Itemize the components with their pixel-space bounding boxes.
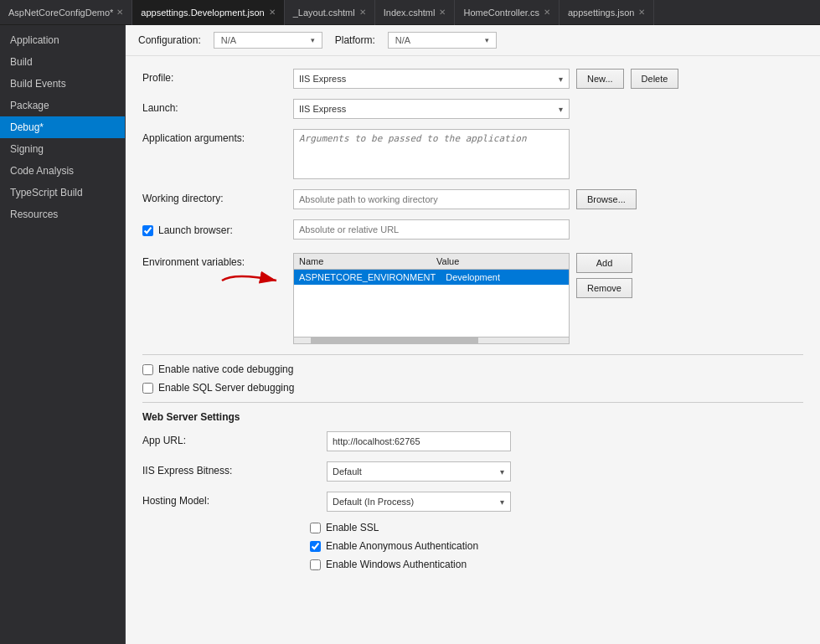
- tab-layout-label: _Layout.cshtml: [293, 8, 355, 18]
- tab-appsettings-close[interactable]: ✕: [638, 8, 645, 17]
- hosting-model-label: Hosting Model:: [142, 492, 327, 507]
- env-table-body: ASPNETCORE_ENVIRONMENT Development: [294, 270, 569, 337]
- launch-browser-checkbox-row: Launch browser:: [142, 223, 293, 236]
- remove-button[interactable]: Remove: [576, 278, 632, 298]
- add-button[interactable]: Add: [576, 253, 632, 273]
- config-value: N/A: [221, 35, 236, 45]
- enable-native-debug-row: Enable native code debugging: [142, 363, 803, 375]
- tab-homecontroller-close[interactable]: ✕: [544, 8, 550, 17]
- iis-bitness-label: IIS Express Bitness:: [142, 461, 327, 477]
- working-dir-controls: Browse...: [293, 189, 803, 209]
- enable-anon-auth-label: Enable Anonymous Authentication: [326, 540, 478, 552]
- profile-row: Profile: IIS Express New... Delete: [142, 69, 803, 89]
- config-dropdown[interactable]: N/A ▾: [214, 32, 322, 49]
- sidebar-item-application[interactable]: Application: [0, 29, 125, 51]
- tab-layout-close[interactable]: ✕: [359, 8, 366, 17]
- enable-windows-auth-row: Enable Windows Authentication: [310, 559, 803, 570]
- sidebar-item-resources[interactable]: Resources: [0, 204, 125, 225]
- env-vars-controls: Name Value ASPNETCORE_ENVIRONMENT Develo…: [293, 253, 803, 344]
- tab-appsettings-dev-close[interactable]: ✕: [269, 8, 276, 17]
- tab-appsettings-dev-label: appsettings.Development.json: [141, 8, 264, 18]
- enable-native-debug-label: Enable native code debugging: [158, 363, 293, 375]
- hosting-model-select-wrapper: Default (In Process): [327, 492, 511, 512]
- sidebar-item-build[interactable]: Build: [0, 51, 125, 73]
- iis-bitness-select[interactable]: Default: [327, 461, 511, 482]
- new-button[interactable]: New...: [576, 69, 624, 89]
- platform-value: N/A: [395, 35, 410, 45]
- platform-label: Platform:: [335, 34, 375, 46]
- main-layout: Application Build Build Events Package D…: [0, 25, 820, 644]
- tab-index[interactable]: Index.cshtml ✕: [375, 0, 456, 25]
- profile-label: Profile:: [142, 69, 293, 84]
- enable-windows-auth-checkbox[interactable]: [310, 559, 321, 570]
- platform-dropdown[interactable]: N/A ▾: [388, 32, 497, 49]
- launch-browser-url-input[interactable]: [293, 219, 570, 240]
- browse-button[interactable]: Browse...: [576, 189, 637, 209]
- web-server-settings-title: Web Server Settings: [142, 411, 803, 423]
- enable-ssl-row: Enable SSL: [310, 522, 803, 533]
- tab-appsettings-label: appsettings.json: [568, 8, 635, 18]
- divider-2: [142, 402, 803, 403]
- profile-select-wrapper: IIS Express: [293, 69, 570, 89]
- env-vars-row: Environment variables:: [142, 253, 803, 344]
- launch-row: Launch: IIS Express: [142, 99, 803, 119]
- app-url-input[interactable]: [327, 431, 511, 451]
- enable-native-debug-checkbox[interactable]: [142, 364, 153, 375]
- tab-homecontroller-label: HomeController.cs: [463, 8, 539, 18]
- tab-appsettings[interactable]: appsettings.json ✕: [560, 0, 655, 25]
- iis-bitness-controls: Default: [327, 461, 803, 482]
- launch-browser-row: Launch browser:: [142, 219, 803, 243]
- app-args-label: Application arguments:: [142, 129, 293, 144]
- sidebar-item-package[interactable]: Package: [0, 95, 125, 116]
- sidebar-item-typescript-build[interactable]: TypeScript Build: [0, 182, 125, 204]
- sidebar-item-build-events[interactable]: Build Events: [0, 73, 125, 95]
- launch-browser-label-cell: Launch browser:: [142, 219, 293, 243]
- profile-controls: IIS Express New... Delete: [293, 69, 803, 89]
- enable-ssl-checkbox[interactable]: [310, 523, 321, 533]
- enable-sql-debug-checkbox[interactable]: [142, 383, 153, 394]
- app-url-row: App URL:: [142, 431, 803, 451]
- iis-bitness-row: IIS Express Bitness: Default: [142, 461, 803, 482]
- table-row[interactable]: ASPNETCORE_ENVIRONMENT Development: [294, 270, 569, 285]
- config-bar: Configuration: N/A ▾ Platform: N/A ▾: [126, 25, 820, 56]
- arrow-container: Name Value ASPNETCORE_ENVIRONMENT Develo…: [293, 253, 570, 344]
- platform-dropdown-arrow: ▾: [485, 36, 489, 44]
- env-col-value: Value: [431, 254, 569, 269]
- tab-project-close[interactable]: ✕: [116, 8, 123, 17]
- launch-browser-checkbox[interactable]: [142, 225, 153, 236]
- sidebar-item-code-analysis[interactable]: Code Analysis: [0, 160, 125, 182]
- launch-browser-label: Launch browser:: [158, 224, 233, 236]
- delete-button[interactable]: Delete: [631, 69, 679, 89]
- app-url-label: App URL:: [142, 431, 327, 446]
- tab-layout[interactable]: _Layout.cshtml ✕: [285, 0, 375, 25]
- tab-appsettings-dev[interactable]: appsettings.Development.json ✕: [132, 0, 284, 25]
- app-args-row: Application arguments:: [142, 129, 803, 179]
- profile-select[interactable]: IIS Express: [293, 69, 570, 89]
- env-vars-label: Environment variables:: [142, 253, 293, 268]
- env-scroll-thumb: [311, 337, 478, 344]
- hosting-model-select[interactable]: Default (In Process): [327, 492, 511, 512]
- tab-index-label: Index.cshtml: [384, 8, 436, 18]
- launch-select[interactable]: IIS Express: [293, 99, 570, 119]
- enable-anon-auth-checkbox[interactable]: [310, 541, 321, 552]
- sidebar-item-signing[interactable]: Signing: [0, 138, 125, 160]
- tab-index-close[interactable]: ✕: [439, 8, 446, 17]
- sidebar: Application Build Build Events Package D…: [0, 25, 126, 644]
- env-cell-value: Development: [441, 270, 569, 285]
- enable-anon-auth-row: Enable Anonymous Authentication: [310, 540, 803, 552]
- working-dir-input[interactable]: [293, 189, 570, 209]
- iis-bitness-select-wrapper: Default: [327, 461, 511, 482]
- sidebar-item-debug[interactable]: Debug*: [0, 116, 125, 138]
- launch-select-wrapper: IIS Express: [293, 99, 570, 119]
- red-arrow-icon: [218, 268, 285, 293]
- env-var-buttons: Add Remove: [576, 253, 632, 298]
- env-scroll[interactable]: [294, 337, 569, 343]
- app-url-controls: [327, 431, 803, 451]
- tab-homecontroller[interactable]: HomeController.cs ✕: [455, 0, 559, 25]
- tab-project[interactable]: AspNetCoreConfigDemo* ✕: [0, 0, 132, 25]
- app-args-textarea[interactable]: [293, 129, 570, 179]
- working-dir-row: Working directory: Browse...: [142, 189, 803, 209]
- launch-controls: IIS Express: [293, 99, 803, 119]
- enable-sql-debug-label: Enable SQL Server debugging: [158, 382, 294, 394]
- enable-sql-debug-row: Enable SQL Server debugging: [142, 382, 803, 394]
